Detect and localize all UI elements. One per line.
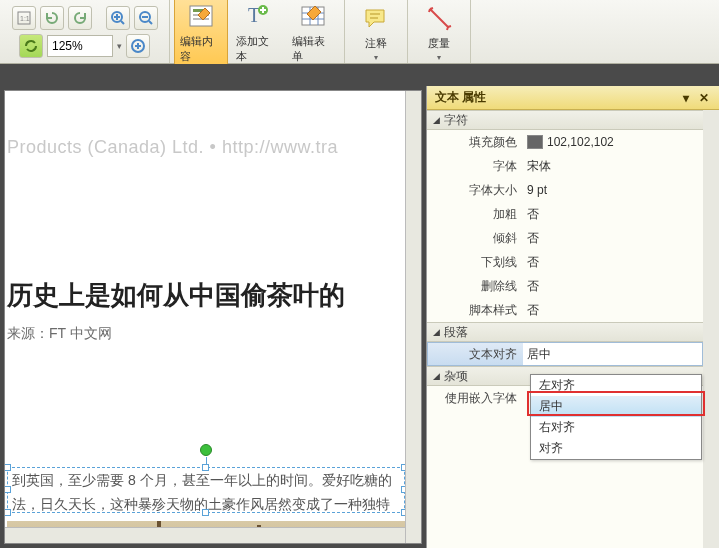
prop-value[interactable]: 9 pt <box>523 183 719 197</box>
rotate-left-icon[interactable] <box>40 6 64 30</box>
main-toolbar: 1:1 ▾ 编辑内容 T 添加文本 编辑表单 <box>0 0 719 64</box>
prop-row-size: 字体大小9 pt <box>427 178 719 202</box>
prop-row-bold: 加粗否 <box>427 202 719 226</box>
prop-value[interactable]: 宋体 <box>523 158 719 175</box>
align-option-right[interactable]: 右对齐 <box>531 417 701 438</box>
prop-label: 倾斜 <box>427 230 523 247</box>
panel-header: 文本 属性 ▾ ✕ <box>427 86 719 110</box>
resize-handle[interactable] <box>4 464 11 471</box>
annotate-button[interactable]: 注释 ▾ <box>349 0 403 66</box>
align-dropdown: 左对齐 居中 右对齐 对齐 <box>530 374 702 460</box>
edit-tools-group: 编辑内容 T 添加文本 编辑表单 <box>170 0 345 63</box>
prop-value[interactable]: 否 <box>523 206 719 223</box>
align-option-justify[interactable]: 对齐 <box>531 438 701 459</box>
prop-row-fill: 填充颜色 102,102,102 <box>427 130 719 154</box>
prop-row-align: 文本对齐 居中 ▾ <box>427 342 719 366</box>
document-page[interactable]: Products (Canada) Ltd. • http://www.tra … <box>4 90 422 544</box>
horizontal-scrollbar[interactable] <box>5 527 405 543</box>
fill-color-text: 102,102,102 <box>547 135 614 149</box>
svg-text:1:1: 1:1 <box>20 15 30 22</box>
resize-handle[interactable] <box>4 509 11 516</box>
panel-scrollbar[interactable] <box>703 110 719 548</box>
tab-strip <box>0 64 719 86</box>
section-label: 字符 <box>444 112 468 129</box>
vertical-scrollbar[interactable] <box>405 91 421 543</box>
text-selection-box[interactable]: 到英国，至少需要 8 个月，甚至一年以上的时间。爱好吃糖的 法，日久天长，这种暴… <box>7 467 405 513</box>
section-header-char[interactable]: ◢字符 <box>427 110 719 130</box>
edit-form-button[interactable]: 编辑表单 <box>286 0 340 68</box>
selected-text-line: 到英国，至少需要 8 个月，甚至一年以上的时间。爱好吃糖的 <box>8 468 404 492</box>
align-current-value: 居中 <box>527 346 551 363</box>
prop-row-script: 脚本样式否 <box>427 298 719 322</box>
svg-text:T: T <box>248 4 260 26</box>
document-title: 历史上是如何从中国偷茶叶的 <box>7 278 421 313</box>
zoom-in-icon[interactable] <box>106 6 130 30</box>
measure-group: 度量 ▾ <box>408 0 471 63</box>
annotate-group: 注释 ▾ <box>345 0 408 63</box>
section-label: 段落 <box>444 324 468 341</box>
prop-label: 下划线 <box>427 254 523 271</box>
align-option-left[interactable]: 左对齐 <box>531 375 701 396</box>
edit-content-label: 编辑内容 <box>180 34 222 64</box>
align-select[interactable]: 居中 ▾ <box>523 342 719 366</box>
align-option-center[interactable]: 居中 <box>531 396 701 417</box>
document-area: Products (Canada) Ltd. • http://www.tra … <box>0 86 426 548</box>
zoom-level-input[interactable] <box>47 35 113 57</box>
panel-menu-icon[interactable]: ▾ <box>679 91 693 105</box>
resize-handle[interactable] <box>4 486 11 493</box>
edit-form-label: 编辑表单 <box>292 34 334 64</box>
prop-label: 删除线 <box>427 278 523 295</box>
section-label: 杂项 <box>444 368 468 385</box>
prop-label: 字体 <box>427 158 523 175</box>
refresh-icon[interactable] <box>19 34 43 58</box>
prop-label: 使用嵌入字体 <box>427 390 523 407</box>
color-swatch-icon <box>527 135 543 149</box>
watermark-text: Products (Canada) Ltd. • http://www.tra <box>5 91 421 158</box>
prop-row-italic: 倾斜否 <box>427 226 719 250</box>
zoom-group: 1:1 ▾ <box>0 0 170 63</box>
rotation-handle[interactable] <box>200 444 212 456</box>
prop-value[interactable]: 否 <box>523 230 719 247</box>
add-text-label: 添加文本 <box>236 34 278 64</box>
prop-value[interactable]: 否 <box>523 278 719 295</box>
measure-button[interactable]: 度量 ▾ <box>412 0 466 66</box>
prop-label: 文本对齐 <box>427 342 523 366</box>
prop-label: 脚本样式 <box>427 302 523 319</box>
prop-value[interactable]: 102,102,102 <box>523 135 719 149</box>
measure-label: 度量 <box>428 36 450 51</box>
prop-value[interactable]: 否 <box>523 302 719 319</box>
prop-row-font: 字体宋体 <box>427 154 719 178</box>
resize-handle[interactable] <box>202 464 209 471</box>
prop-row-underline: 下划线否 <box>427 250 719 274</box>
prop-label: 加粗 <box>427 206 523 223</box>
section-header-para[interactable]: ◢段落 <box>427 322 719 342</box>
rotate-right-icon[interactable] <box>68 6 92 30</box>
panel-title: 文本 属性 <box>435 89 486 106</box>
prop-label: 字体大小 <box>427 182 523 199</box>
annotate-label: 注释 <box>365 36 387 51</box>
properties-panel: 文本 属性 ▾ ✕ ◢字符 填充颜色 102,102,102 字体宋体 字体大小… <box>426 86 719 548</box>
fit-page-icon[interactable]: 1:1 <box>12 6 36 30</box>
edit-content-button[interactable]: 编辑内容 <box>174 0 228 68</box>
resize-handle[interactable] <box>202 509 209 516</box>
panel-close-icon[interactable]: ✕ <box>697 91 711 105</box>
zoom-add-icon[interactable] <box>126 34 150 58</box>
prop-value[interactable]: 否 <box>523 254 719 271</box>
prop-label: 填充颜色 <box>427 134 523 151</box>
document-source: 来源：FT 中文网 <box>7 325 421 343</box>
zoom-out-icon[interactable] <box>134 6 158 30</box>
add-text-button[interactable]: T 添加文本 <box>230 0 284 68</box>
prop-row-strike: 删除线否 <box>427 274 719 298</box>
